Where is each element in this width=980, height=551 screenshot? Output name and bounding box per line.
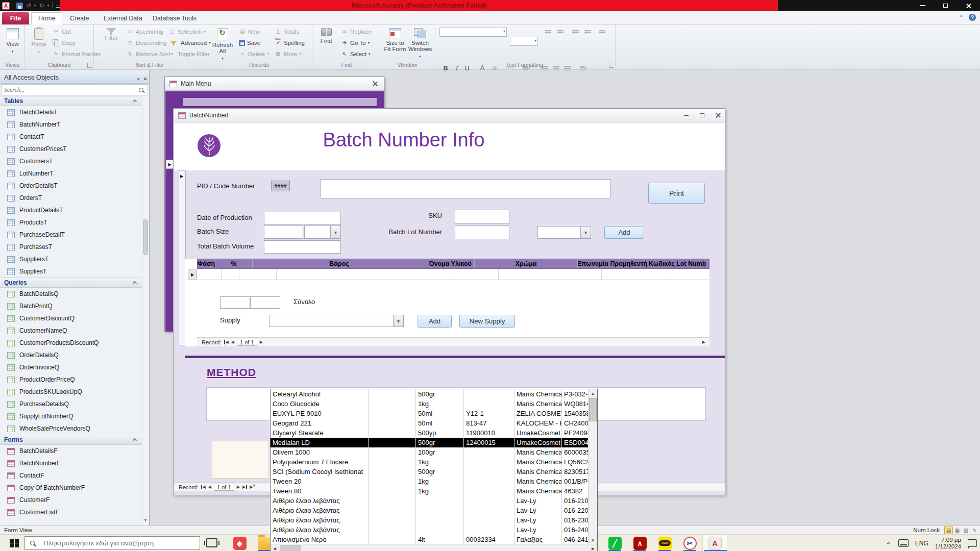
design-view-button[interactable] (970, 527, 979, 534)
new-record-button[interactable]: New (239, 27, 260, 36)
minimize-ribbon-icon[interactable] (959, 16, 964, 19)
redo-icon[interactable] (39, 3, 44, 9)
font-family-combo[interactable] (439, 28, 507, 37)
descending-button[interactable]: Descending (127, 38, 167, 47)
taskbar-app-slot[interactable]: ✂ (677, 535, 702, 551)
spelling-button[interactable]: Spelling (275, 38, 305, 47)
supply-dropdown-row[interactable]: Αιθέριο έλαιο λεβάντας Lav-Ly 016-240 (271, 525, 589, 535)
supply-dropdown-row[interactable]: Geogard 221 50ml 813-47 KALOCHEM - KA CH… (271, 418, 589, 428)
tab-home[interactable]: Home (31, 12, 62, 24)
next-record-icon[interactable] (260, 340, 263, 344)
switch-windows-button[interactable]: Switch Windows (408, 27, 432, 60)
numbering-button[interactable] (555, 27, 565, 37)
scrollbar-thumb[interactable] (589, 398, 597, 421)
scroll-left-icon[interactable] (271, 544, 279, 551)
datasheet-view-button[interactable] (953, 527, 962, 534)
decrease-indent-button[interactable] (570, 27, 580, 37)
column-header[interactable]: % (215, 259, 253, 268)
supply-dropdown-row[interactable]: Αιθέριο έλαιο λεβάντας Lav-Ly 016-220 (271, 506, 589, 515)
start-button[interactable] (4, 535, 24, 551)
column-header[interactable]: Lot Numb (676, 259, 706, 268)
tray-expand-icon[interactable] (886, 539, 892, 547)
tab-create[interactable]: Create (63, 12, 96, 24)
window-close-icon[interactable] (716, 113, 721, 118)
bullets-button[interactable] (543, 27, 553, 37)
scroll-up-icon[interactable] (589, 389, 597, 397)
select-button[interactable]: Select (341, 49, 370, 58)
supply-dropdown-row[interactable]: Αιθέριο έλαιο λεβάντας Lav-Ly 016-230 (271, 515, 589, 525)
text-formatting-dialog-launcher-icon[interactable] (609, 63, 614, 68)
ascending-button[interactable]: Ascending (127, 27, 163, 36)
paste-button[interactable]: Paste (28, 27, 50, 55)
taskbar-app-icon[interactable]: TALK (658, 537, 672, 550)
text-direction-button[interactable] (597, 27, 607, 37)
close-icon[interactable] (373, 81, 378, 86)
clipboard-dialog-launcher-icon[interactable] (87, 63, 92, 68)
nav-item-table[interactable]: BatchNumberT (0, 118, 142, 131)
nav-item-query[interactable]: BatchPrintQ (0, 300, 142, 312)
column-header[interactable]: Όνομα Υλικού (426, 259, 475, 268)
nav-item-form[interactable]: ContactF (0, 469, 142, 482)
supply-dropdown-row[interactable]: SCI (Sodium Cocoyl Isethionat 500gr Mani… (271, 467, 589, 477)
nav-item-form[interactable]: Copy Of BatchNumberF (0, 482, 142, 494)
add-lot-button[interactable]: Add (604, 226, 644, 239)
keyboard-layout-icon[interactable] (898, 539, 909, 547)
previous-record-icon[interactable] (208, 485, 211, 489)
tray-clock[interactable]: 7:09 μμ 1/12/2024 (935, 537, 961, 550)
nav-item-table[interactable]: OrdersT (0, 192, 142, 204)
new-record-icon[interactable] (250, 485, 256, 489)
close-button[interactable] (957, 0, 980, 11)
taskbar-search-box[interactable] (24, 536, 200, 550)
nav-search-box[interactable] (1, 84, 148, 95)
language-indicator[interactable]: ENG (915, 540, 928, 547)
taskbar-app-slot[interactable]: ◆ (227, 535, 252, 551)
scroll-down-icon[interactable] (589, 536, 597, 544)
nav-item-table[interactable]: ProductDetailsT (0, 204, 142, 216)
increase-indent-button[interactable] (582, 27, 593, 37)
nav-pane-header[interactable]: All Access Objects (0, 71, 149, 84)
nav-item-form[interactable]: BatchDetailsF (0, 445, 142, 457)
pid-input[interactable] (321, 179, 610, 198)
notes-box[interactable] (212, 441, 269, 479)
taskbar-search-input[interactable] (43, 539, 186, 547)
supply-dropdown-row[interactable]: Cetearyl Alcohol 500gr Manis Chemica P3-… (271, 389, 589, 399)
nav-section-forms[interactable]: Forms (0, 435, 142, 445)
datasheet-empty-row[interactable] (197, 269, 709, 280)
remove-sort-button[interactable]: Remove Sort (127, 49, 170, 58)
nav-item-table[interactable]: OrderDetailsT (0, 180, 142, 192)
scrollbar-thumb[interactable] (280, 545, 301, 551)
batch-size-unit-combo[interactable] (304, 226, 341, 239)
print-button[interactable]: Print (648, 183, 705, 204)
dropdown-vertical-scrollbar[interactable] (588, 389, 597, 544)
find-button[interactable]: Find (315, 27, 337, 44)
scrollbar-down-icon[interactable] (142, 516, 149, 523)
taskbar-app-icon[interactable]: ◆ (233, 537, 247, 550)
nav-item-table[interactable]: SuppliesT (0, 265, 142, 278)
nav-pane-menu-icon[interactable] (137, 74, 140, 82)
first-record-icon[interactable] (224, 340, 229, 344)
size-to-fit-form-button[interactable]: Size to Fit Form (383, 27, 407, 52)
maximize-button[interactable] (934, 0, 957, 11)
nav-item-query[interactable]: WholeSalePriceVendorsQ (0, 422, 142, 435)
redo-dropdown-icon[interactable] (47, 4, 50, 8)
replace-button[interactable]: Replace (341, 27, 372, 36)
nav-pane-scrollbar[interactable] (142, 97, 149, 524)
nav-item-table[interactable]: ContactT (0, 131, 142, 143)
view-button[interactable]: View (2, 27, 23, 55)
column-header[interactable]: Επωνυμία Προμηθευτή (578, 259, 647, 268)
main-menu-title-bar[interactable]: Main Menu (165, 77, 384, 91)
delete-record-button[interactable]: Delete (239, 49, 269, 58)
taskbar-app-slot[interactable]: TALK (652, 535, 677, 551)
nav-item-table[interactable]: SuppliersT (0, 253, 142, 265)
undo-icon[interactable] (26, 3, 31, 9)
new-supply-button[interactable]: New Supply (459, 315, 515, 328)
tab-file[interactable]: File (2, 12, 29, 24)
copy-button[interactable]: Copy (53, 38, 76, 47)
total-batch-volume-input[interactable] (264, 240, 341, 254)
last-record-icon[interactable] (242, 485, 247, 489)
nav-item-query[interactable]: OrderDetailsQ (0, 349, 142, 361)
first-record-icon[interactable] (201, 485, 206, 489)
batch-window-title-bar[interactable]: BatchNumberF (174, 109, 725, 122)
window-maximize-icon[interactable] (700, 113, 704, 117)
access-logo-icon[interactable] (2, 2, 10, 10)
